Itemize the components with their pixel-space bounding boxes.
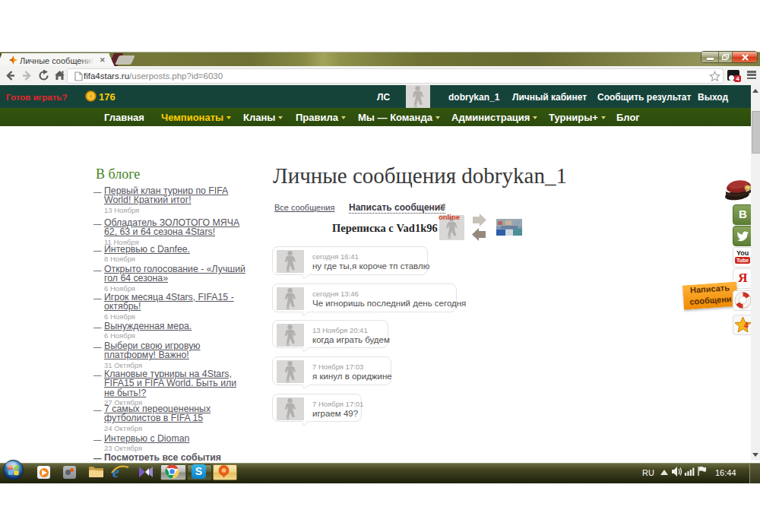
svg-text:4: 4 (744, 321, 749, 330)
